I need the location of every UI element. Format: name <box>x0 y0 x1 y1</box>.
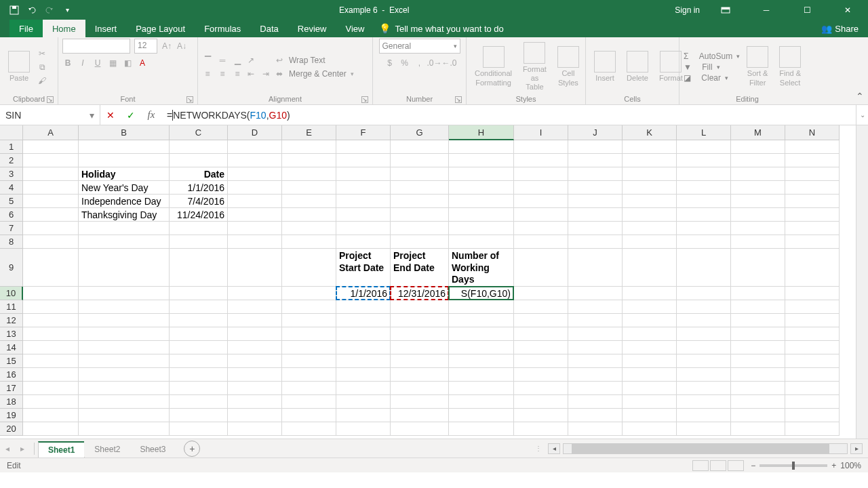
cell-l12[interactable] <box>677 314 731 327</box>
cell-f3[interactable] <box>336 167 391 181</box>
row-header-20[interactable]: 20 <box>0 422 23 436</box>
cell-k13[interactable] <box>623 327 677 341</box>
cell-l1[interactable] <box>677 140 731 154</box>
cell-l6[interactable] <box>677 208 731 222</box>
cell-e11[interactable] <box>282 300 336 314</box>
cell-n6[interactable] <box>785 208 840 222</box>
column-header-m[interactable]: M <box>731 125 785 140</box>
tab-scroll-grip[interactable]: ⋮ <box>532 445 545 452</box>
tell-me-search[interactable]: 💡 Tell me what you want to do <box>379 20 503 37</box>
tab-data[interactable]: Data <box>250 20 288 37</box>
cell-f14[interactable] <box>336 341 391 354</box>
cell-c13[interactable] <box>170 327 228 341</box>
cell-i18[interactable] <box>514 395 568 409</box>
cell-i11[interactable] <box>514 300 568 314</box>
cell-e12[interactable] <box>282 314 336 327</box>
cell-a2[interactable] <box>23 154 79 167</box>
cell-l14[interactable] <box>677 341 731 354</box>
cell-n19[interactable] <box>785 409 840 422</box>
cell-e9[interactable] <box>282 249 336 287</box>
page-break-view-button[interactable] <box>728 460 744 471</box>
borders-button[interactable]: ▦ <box>107 58 118 68</box>
cell-m3[interactable] <box>731 167 785 181</box>
cell-k11[interactable] <box>623 300 677 314</box>
cell-m4[interactable] <box>731 181 785 195</box>
cell-c7[interactable] <box>170 222 228 235</box>
column-header-b[interactable]: B <box>79 125 170 140</box>
cell-k15[interactable] <box>623 354 677 368</box>
cell-a11[interactable] <box>23 300 79 314</box>
cell-e14[interactable] <box>282 341 336 354</box>
increase-font-icon[interactable]: A↑ <box>161 41 172 52</box>
cell-a12[interactable] <box>23 314 79 327</box>
cell-g17[interactable] <box>391 382 449 395</box>
zoom-level[interactable]: 100% <box>840 461 861 470</box>
cell-e5[interactable] <box>282 195 336 208</box>
cell-b4[interactable]: New Year's Day <box>79 181 170 195</box>
cell-m5[interactable] <box>731 195 785 208</box>
cell-k20[interactable] <box>623 422 677 436</box>
cell-m10[interactable] <box>731 287 785 300</box>
underline-button[interactable]: U <box>92 58 103 68</box>
cell-b1[interactable] <box>79 140 170 154</box>
column-header-i[interactable]: I <box>514 125 568 140</box>
cell-g14[interactable] <box>391 341 449 354</box>
cell-i3[interactable] <box>514 167 568 181</box>
row-header-6[interactable]: 6 <box>0 208 23 222</box>
vertical-scrollbar[interactable] <box>856 125 868 439</box>
delete-cells-button[interactable]: Delete <box>623 49 652 84</box>
cell-i2[interactable] <box>514 154 568 167</box>
cell-e4[interactable] <box>282 181 336 195</box>
column-header-k[interactable]: K <box>623 125 677 140</box>
select-all-corner[interactable] <box>0 125 23 140</box>
cell-g16[interactable] <box>391 368 449 382</box>
cell-b11[interactable] <box>79 300 170 314</box>
cell-f11[interactable] <box>336 300 391 314</box>
cell-k5[interactable] <box>623 195 677 208</box>
cell-l4[interactable] <box>677 181 731 195</box>
cell-n12[interactable] <box>785 314 840 327</box>
cell-e18[interactable] <box>282 395 336 409</box>
cell-n2[interactable] <box>785 154 840 167</box>
cell-h7[interactable] <box>449 222 514 235</box>
normal-view-button[interactable] <box>692 460 709 471</box>
hscroll-right[interactable]: ▸ <box>850 443 863 454</box>
cell-d16[interactable] <box>228 368 282 382</box>
cell-b18[interactable] <box>79 395 170 409</box>
cell-g5[interactable] <box>391 195 449 208</box>
cell-m7[interactable] <box>731 222 785 235</box>
percent-icon[interactable]: % <box>399 58 410 68</box>
cell-h14[interactable] <box>449 341 514 354</box>
cell-c16[interactable] <box>170 368 228 382</box>
cell-c12[interactable] <box>170 314 228 327</box>
cell-a7[interactable] <box>23 222 79 235</box>
cell-i7[interactable] <box>514 222 568 235</box>
row-header-9[interactable]: 9 <box>0 249 23 287</box>
font-dialog-launcher[interactable]: ↘ <box>186 96 193 103</box>
cell-n17[interactable] <box>785 382 840 395</box>
cell-b8[interactable] <box>79 235 170 249</box>
column-header-e[interactable]: E <box>282 125 336 140</box>
cell-k2[interactable] <box>623 154 677 167</box>
autosum-button[interactable]: Σ AutoSum▾ <box>684 52 740 61</box>
cell-m20[interactable] <box>731 422 785 436</box>
row-header-18[interactable]: 18 <box>0 395 23 409</box>
cell-b10[interactable] <box>79 287 170 300</box>
cell-l19[interactable] <box>677 409 731 422</box>
cell-n3[interactable] <box>785 167 840 181</box>
cell-a15[interactable] <box>23 354 79 368</box>
cell-c11[interactable] <box>170 300 228 314</box>
cell-b15[interactable] <box>79 354 170 368</box>
cell-n15[interactable] <box>785 354 840 368</box>
cell-j2[interactable] <box>568 154 623 167</box>
cell-l7[interactable] <box>677 222 731 235</box>
cell-a1[interactable] <box>23 140 79 154</box>
cell-i8[interactable] <box>514 235 568 249</box>
sheet-nav-prev[interactable]: ◂ <box>0 444 15 453</box>
cell-j13[interactable] <box>568 327 623 341</box>
cell-c2[interactable] <box>170 154 228 167</box>
cell-m14[interactable] <box>731 341 785 354</box>
cancel-formula-button[interactable]: ✕ <box>100 110 121 121</box>
cell-i14[interactable] <box>514 341 568 354</box>
cell-m13[interactable] <box>731 327 785 341</box>
